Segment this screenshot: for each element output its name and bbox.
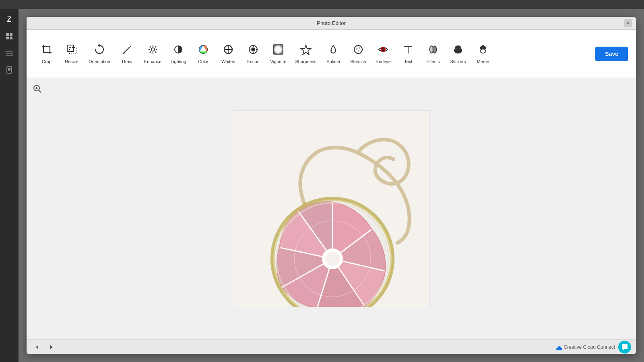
color-icon [198,44,209,57]
tool-resize[interactable]: Resize [60,41,84,67]
text-icon [402,44,414,57]
blemish-icon [353,44,364,57]
draw-icon [122,44,133,57]
tool-vignette[interactable]: Vignette [266,41,290,67]
tool-splash[interactable]: Splash [321,41,345,67]
redeye-icon [378,44,389,57]
whiten-label: Whiten [221,59,235,64]
photo-image [233,111,429,307]
svg-rect-40 [273,45,283,54]
sidebar-icon-pages[interactable] [2,63,17,77]
sidebar-icon-grid[interactable] [2,29,17,43]
focus-icon [248,44,259,57]
vignette-icon [272,44,284,57]
svg-line-22 [150,51,151,53]
crop-label: Crop [42,59,52,64]
resize-label: Resize [65,59,78,64]
tool-blemish[interactable]: Blemish [346,41,370,67]
toolbar: Crop Resize [27,30,636,78]
forward-button[interactable] [46,341,57,353]
svg-point-47 [382,48,384,51]
svg-point-42 [354,45,362,53]
stickers-label: Stickers [450,59,466,64]
photo-canvas [233,110,430,307]
meme-icon [477,44,489,57]
chat-button[interactable] [618,341,631,354]
bottom-right-area: Creative Cloud Connect [556,341,631,354]
zoom-icon[interactable] [33,84,42,95]
whiten-icon [223,44,234,57]
splash-label: Splash [326,59,340,64]
effects-icon [427,44,439,57]
draw-label: Draw [122,59,132,64]
orientation-icon [94,44,105,57]
cloud-connect-label: Creative Cloud Connect [564,344,615,350]
left-sidebar: Z [0,9,19,362]
svg-marker-41 [301,45,311,55]
svg-point-44 [359,47,360,48]
tool-color[interactable]: Color [191,41,215,67]
stickers-icon [452,44,464,57]
splash-icon [328,44,339,57]
tool-orientation[interactable]: Orientation [85,41,114,67]
sharpness-icon [300,44,312,57]
svg-point-34 [252,48,255,51]
svg-line-13 [124,47,130,53]
effects-label: Effects [426,59,440,64]
editor-window: Photo Editor × Crop [27,17,636,354]
back-button[interactable] [31,341,43,353]
tool-stickers[interactable]: Stickers [446,41,470,67]
svg-point-43 [356,48,357,49]
svg-marker-80 [36,345,38,349]
sidebar-logo[interactable]: Z [2,12,17,27]
orientation-label: Orientation [89,59,110,64]
tool-crop[interactable]: Crop [35,41,59,67]
svg-line-21 [155,46,156,47]
svg-point-57 [480,49,486,53]
crop-icon [41,44,52,57]
tool-whiten[interactable]: Whiten [216,41,240,67]
close-button[interactable]: × [624,19,632,27]
save-button[interactable]: Save [595,47,628,61]
svg-rect-11 [67,45,74,51]
svg-point-77 [325,252,340,266]
redeye-label: Redeye [376,59,391,64]
meme-label: Meme [477,59,489,64]
svg-marker-81 [50,345,53,349]
lighting-label: Lighting [171,59,186,64]
svg-point-23 [151,48,155,51]
sharpness-label: Sharpness [295,59,316,64]
color-label: Color [198,59,208,64]
resize-icon [66,44,77,57]
svg-point-56 [482,45,484,47]
svg-line-19 [150,46,151,47]
svg-point-45 [358,50,359,51]
tool-sharpness[interactable]: Sharpness [291,41,320,67]
svg-rect-1 [10,33,12,36]
tool-text[interactable]: Text [396,41,420,67]
svg-rect-0 [6,33,9,36]
navigation-buttons [31,341,57,353]
tool-draw[interactable]: Draw [115,41,139,67]
enhance-icon [147,44,159,57]
svg-rect-12 [70,47,76,54]
canvas-area [27,78,636,339]
tool-focus[interactable]: Focus [241,41,265,67]
tool-meme[interactable]: Meme [471,41,495,67]
text-label: Text [404,59,412,64]
svg-rect-2 [6,37,9,39]
tool-redeye[interactable]: Redeye [371,41,395,67]
os-bar [0,0,644,9]
tool-effects[interactable]: Effects [421,41,445,67]
cloud-connect-badge: Creative Cloud Connect [556,344,615,350]
title-bar: Photo Editor × [27,17,636,30]
tool-enhance[interactable]: Enhance [140,41,165,67]
window-title: Photo Editor [317,20,346,26]
sidebar-icon-layers[interactable] [2,46,17,60]
svg-line-20 [155,51,156,53]
blemish-label: Blemish [350,59,366,64]
svg-line-59 [39,90,41,93]
svg-rect-7 [7,67,12,73]
tool-lighting[interactable]: Lighting [166,41,190,67]
vignette-label: Vignette [270,59,286,64]
